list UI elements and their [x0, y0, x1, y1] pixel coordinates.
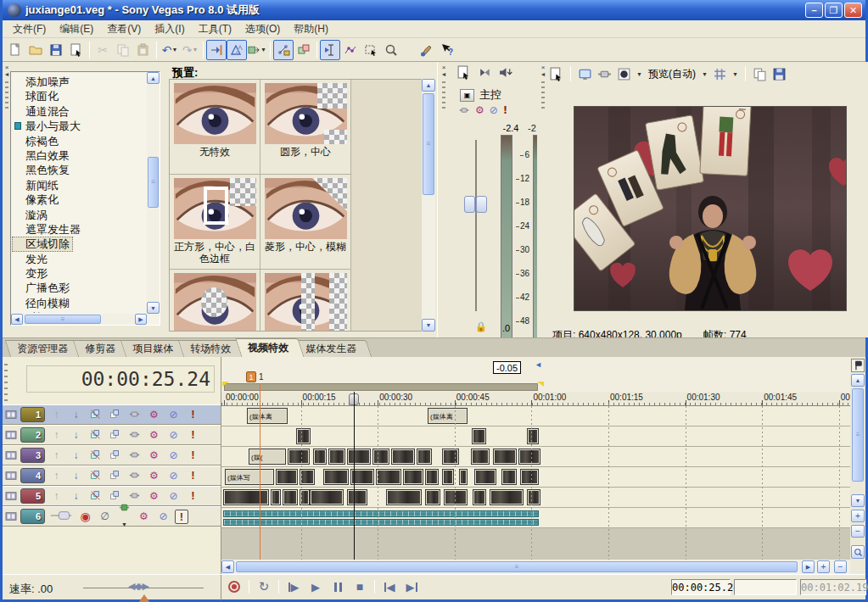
scroll-thumb[interactable]	[148, 157, 159, 208]
preset-cell[interactable]: 菱形，中心，模糊	[260, 175, 351, 270]
solo-button[interactable]: !	[185, 427, 201, 443]
timeline-clip[interactable]	[493, 449, 517, 465]
track-lane-1[interactable]: (媒体离(媒体离	[221, 406, 850, 426]
effects-list-item[interactable]: 遮罩发生器	[12, 222, 146, 237]
go-to-start-button[interactable]: ◀	[380, 578, 399, 595]
timeline-clip[interactable]	[444, 489, 468, 505]
composite-mode-button[interactable]	[87, 407, 104, 422]
effects-list-item[interactable]: 漩涡	[12, 208, 146, 222]
close-button[interactable]: ✕	[844, 3, 862, 18]
preview-properties-icon[interactable]	[549, 67, 563, 81]
track-number-badge[interactable]: 2	[20, 427, 45, 443]
track-lane-3[interactable]: (媒(	[221, 447, 850, 467]
preset-cell[interactable]: 圆形切除，中心，	[170, 270, 260, 332]
track-motion-button[interactable]	[107, 468, 123, 483]
scroll-up-button[interactable]: ▲	[851, 374, 865, 387]
dock-collapse-icon[interactable]: ◄	[4, 71, 10, 78]
scroll-left-button[interactable]: ◀	[11, 314, 23, 325]
track-motion-button[interactable]	[107, 407, 123, 422]
insert-fx-icon[interactable]	[458, 105, 470, 115]
track-lane-6[interactable]	[221, 508, 850, 528]
automation-settings-icon[interactable]: ⚙	[146, 427, 162, 443]
mute-icon[interactable]: ⊘	[490, 104, 498, 116]
zoom-tool-button[interactable]	[381, 40, 401, 60]
effects-list-item[interactable]: 变形	[12, 266, 146, 281]
project-properties-button[interactable]	[66, 40, 87, 60]
timeline-clip[interactable]	[391, 449, 415, 465]
timeline-clip[interactable]: (媒体离	[247, 408, 288, 424]
preset-cell[interactable]: 正方形，中心，白色边框	[170, 175, 260, 270]
timeline-clip[interactable]	[372, 449, 389, 465]
dock-grip[interactable]: × ◄	[440, 64, 448, 131]
track-number-badge[interactable]: 6	[20, 509, 45, 524]
redo-button[interactable]: ↷▼	[180, 40, 200, 60]
scroll-right-button[interactable]: ▶	[135, 314, 147, 325]
automation-settings-icon[interactable]: ⚙	[146, 407, 162, 422]
mute-button[interactable]: ⊘	[165, 448, 182, 463]
preset-cell[interactable]: 圆形，中心	[260, 80, 351, 175]
timeline-hscrollbar[interactable]: ◀ ▶ + −	[221, 560, 850, 574]
timeline-clip[interactable]	[386, 489, 422, 505]
scroll-down-button[interactable]: ▼	[851, 494, 865, 507]
track-lane-4[interactable]: (媒体写	[221, 467, 850, 488]
preview-quality-dropdown-icon[interactable]: ▼	[702, 71, 708, 77]
scroll-thumb[interactable]	[25, 315, 101, 324]
composite-mode-button[interactable]	[87, 427, 104, 443]
open-button[interactable]	[25, 40, 46, 60]
timeline-clip[interactable]	[474, 469, 496, 485]
tab-资源管理器[interactable]: 资源管理器	[5, 340, 83, 357]
timeline-clip[interactable]	[276, 469, 298, 485]
composite-mode-button[interactable]	[87, 448, 104, 463]
solo-button[interactable]: !	[185, 407, 201, 422]
rate-center-marker[interactable]	[138, 588, 150, 602]
effects-list-item[interactable]: 径向模糊	[12, 296, 146, 310]
effects-list-item[interactable]: 像素化	[12, 192, 146, 207]
track-height-zoom-out-button[interactable]: −	[851, 525, 865, 538]
scroll-up-button[interactable]: ▲	[147, 72, 160, 84]
effects-list-item[interactable]: 棕褐色	[12, 134, 146, 148]
preview-quality-label[interactable]: 预览(自动)	[648, 67, 696, 81]
copy-button[interactable]	[113, 40, 133, 60]
split-screen-dropdown-icon[interactable]: ▼	[636, 71, 642, 77]
minimize-button[interactable]: –	[805, 3, 823, 18]
effects-hscrollbar[interactable]: ◀ ▶	[11, 314, 147, 325]
audio-waveform[interactable]	[223, 519, 539, 526]
scroll-thumb[interactable]	[852, 388, 864, 482]
track-header-5[interactable]: 5↑↓⚙⊘!	[3, 486, 221, 506]
volume-slider[interactable]	[48, 509, 74, 524]
playhead-cursor[interactable]	[354, 392, 355, 561]
auto-ripple-button[interactable]: ▼	[247, 40, 267, 60]
envelope-tool-button[interactable]	[340, 40, 361, 60]
presets-vscrollbar[interactable]: ▲ ▼	[422, 79, 435, 332]
loop-region-end-handle[interactable]	[532, 382, 544, 387]
stop-button[interactable]: ■	[350, 578, 369, 595]
timeline-clip[interactable]	[417, 449, 432, 465]
dock-collapse-icon[interactable]: ◄	[441, 71, 447, 78]
timeline-clip[interactable]	[459, 469, 468, 485]
track-header-3[interactable]: 3↑↓⚙⊘!	[3, 445, 221, 465]
timeline-clip[interactable]	[472, 428, 486, 444]
dropdown-arrow-icon[interactable]: ▼	[260, 47, 266, 53]
menu-item[interactable]: 选项(O)	[238, 20, 287, 38]
auto-crossfade-button[interactable]	[227, 40, 247, 60]
timeline-clip[interactable]	[347, 489, 367, 505]
go-to-end-button[interactable]: ▶	[402, 578, 421, 595]
loop-region-bar[interactable]	[224, 383, 538, 391]
lock-envelopes-button[interactable]	[273, 40, 294, 60]
effects-list-item[interactable]: 通道混合	[12, 104, 146, 119]
loop-playback-button[interactable]: ↻	[255, 578, 273, 595]
arm-record-button[interactable]: ◉	[77, 509, 93, 524]
cursor-time-box[interactable]: 00:00:25.24	[671, 579, 731, 595]
dim-output-icon[interactable]	[499, 65, 513, 80]
effects-list-item[interactable]: 黑白效果	[12, 148, 146, 163]
dock-close-icon[interactable]: ×	[5, 64, 9, 71]
solo-button[interactable]: !	[185, 488, 201, 504]
composite-mode-button[interactable]	[87, 488, 104, 504]
track-fx-button[interactable]	[126, 468, 143, 483]
phase-invert-button[interactable]: ∅	[97, 509, 113, 524]
composite-mode-button[interactable]	[87, 468, 104, 483]
automation-settings-icon[interactable]: ⚙	[146, 468, 162, 483]
track-layer-icon[interactable]: ↓	[68, 488, 84, 504]
timeline-clip[interactable]: (媒体写	[225, 469, 274, 485]
master-fader-handle[interactable]	[464, 196, 487, 213]
